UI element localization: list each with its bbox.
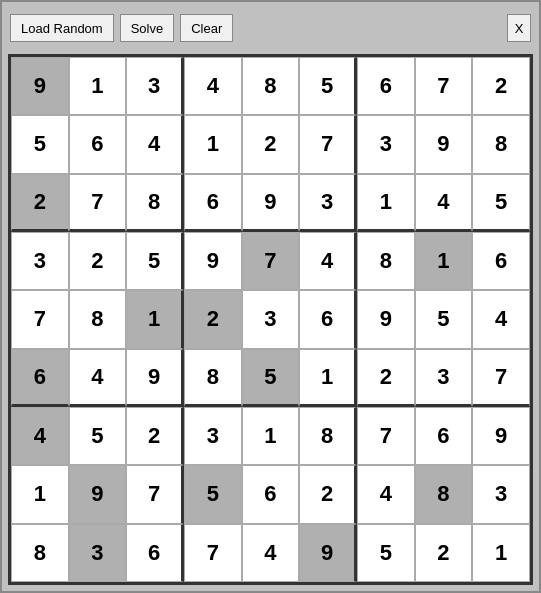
cell-r8c5[interactable]: 6 <box>242 465 300 523</box>
cell-r4c9[interactable]: 6 <box>472 232 530 290</box>
cell-r3c9[interactable]: 5 <box>472 174 530 232</box>
cell-r4c6[interactable]: 4 <box>299 232 357 290</box>
main-window: Load Random Solve Clear X 91348567256412… <box>0 0 541 593</box>
cell-r9c3[interactable]: 6 <box>126 524 184 582</box>
cell-r5c8[interactable]: 5 <box>415 290 473 348</box>
cell-r3c2[interactable]: 7 <box>69 174 127 232</box>
cell-r5c4[interactable]: 2 <box>184 290 242 348</box>
cell-r5c9[interactable]: 4 <box>472 290 530 348</box>
cell-r7c6[interactable]: 8 <box>299 407 357 465</box>
cell-r7c4[interactable]: 3 <box>184 407 242 465</box>
cell-r3c7[interactable]: 1 <box>357 174 415 232</box>
cell-r1c4[interactable]: 4 <box>184 57 242 115</box>
cell-r7c3[interactable]: 2 <box>126 407 184 465</box>
cell-r7c9[interactable]: 9 <box>472 407 530 465</box>
cell-r8c4[interactable]: 5 <box>184 465 242 523</box>
cell-r1c9[interactable]: 2 <box>472 57 530 115</box>
sudoku-grid: 9134856725641273982786931453259748167812… <box>8 54 533 585</box>
cell-r4c2[interactable]: 2 <box>69 232 127 290</box>
cell-r3c8[interactable]: 4 <box>415 174 473 232</box>
cell-r2c9[interactable]: 8 <box>472 115 530 173</box>
cell-r5c7[interactable]: 9 <box>357 290 415 348</box>
cell-r4c3[interactable]: 5 <box>126 232 184 290</box>
cell-r2c3[interactable]: 4 <box>126 115 184 173</box>
grid-container: 9134856725641273982786931453259748167812… <box>2 54 539 591</box>
cell-r5c5[interactable]: 3 <box>242 290 300 348</box>
cell-r8c8[interactable]: 8 <box>415 465 473 523</box>
cell-r5c3[interactable]: 1 <box>126 290 184 348</box>
cell-r9c5[interactable]: 4 <box>242 524 300 582</box>
cell-r2c6[interactable]: 7 <box>299 115 357 173</box>
cell-r7c5[interactable]: 1 <box>242 407 300 465</box>
cell-r6c7[interactable]: 2 <box>357 349 415 407</box>
cell-r4c5[interactable]: 7 <box>242 232 300 290</box>
cell-r1c2[interactable]: 1 <box>69 57 127 115</box>
cell-r8c7[interactable]: 4 <box>357 465 415 523</box>
cell-r2c8[interactable]: 9 <box>415 115 473 173</box>
cell-r2c1[interactable]: 5 <box>11 115 69 173</box>
cell-r9c7[interactable]: 5 <box>357 524 415 582</box>
cell-r9c4[interactable]: 7 <box>184 524 242 582</box>
cell-r3c6[interactable]: 3 <box>299 174 357 232</box>
cell-r3c3[interactable]: 8 <box>126 174 184 232</box>
cell-r4c4[interactable]: 9 <box>184 232 242 290</box>
cell-r8c6[interactable]: 2 <box>299 465 357 523</box>
cell-r6c3[interactable]: 9 <box>126 349 184 407</box>
cell-r3c5[interactable]: 9 <box>242 174 300 232</box>
cell-r9c1[interactable]: 8 <box>11 524 69 582</box>
cell-r7c8[interactable]: 6 <box>415 407 473 465</box>
cell-r1c5[interactable]: 8 <box>242 57 300 115</box>
cell-r7c1[interactable]: 4 <box>11 407 69 465</box>
cell-r6c9[interactable]: 7 <box>472 349 530 407</box>
cell-r5c1[interactable]: 7 <box>11 290 69 348</box>
cell-r8c9[interactable]: 3 <box>472 465 530 523</box>
cell-r9c8[interactable]: 2 <box>415 524 473 582</box>
cell-r6c5[interactable]: 5 <box>242 349 300 407</box>
cell-r8c3[interactable]: 7 <box>126 465 184 523</box>
cell-r4c7[interactable]: 8 <box>357 232 415 290</box>
cell-r4c1[interactable]: 3 <box>11 232 69 290</box>
solve-button[interactable]: Solve <box>120 14 175 42</box>
cell-r6c2[interactable]: 4 <box>69 349 127 407</box>
cell-r7c7[interactable]: 7 <box>357 407 415 465</box>
cell-r8c1[interactable]: 1 <box>11 465 69 523</box>
cell-r1c6[interactable]: 5 <box>299 57 357 115</box>
cell-r2c5[interactable]: 2 <box>242 115 300 173</box>
cell-r5c2[interactable]: 8 <box>69 290 127 348</box>
cell-r6c6[interactable]: 1 <box>299 349 357 407</box>
load-random-button[interactable]: Load Random <box>10 14 114 42</box>
cell-r9c9[interactable]: 1 <box>472 524 530 582</box>
toolbar: Load Random Solve Clear X <box>2 2 539 54</box>
cell-r6c4[interactable]: 8 <box>184 349 242 407</box>
cell-r4c8[interactable]: 1 <box>415 232 473 290</box>
cell-r2c4[interactable]: 1 <box>184 115 242 173</box>
cell-r2c7[interactable]: 3 <box>357 115 415 173</box>
cell-r6c1[interactable]: 6 <box>11 349 69 407</box>
cell-r8c2[interactable]: 9 <box>69 465 127 523</box>
cell-r6c8[interactable]: 3 <box>415 349 473 407</box>
cell-r5c6[interactable]: 6 <box>299 290 357 348</box>
cell-r9c2[interactable]: 3 <box>69 524 127 582</box>
close-button[interactable]: X <box>507 14 531 42</box>
clear-button[interactable]: Clear <box>180 14 233 42</box>
cell-r1c1[interactable]: 9 <box>11 57 69 115</box>
cell-r2c2[interactable]: 6 <box>69 115 127 173</box>
cell-r3c1[interactable]: 2 <box>11 174 69 232</box>
cell-r1c3[interactable]: 3 <box>126 57 184 115</box>
cell-r1c7[interactable]: 6 <box>357 57 415 115</box>
cell-r9c6[interactable]: 9 <box>299 524 357 582</box>
cell-r7c2[interactable]: 5 <box>69 407 127 465</box>
cell-r1c8[interactable]: 7 <box>415 57 473 115</box>
cell-r3c4[interactable]: 6 <box>184 174 242 232</box>
